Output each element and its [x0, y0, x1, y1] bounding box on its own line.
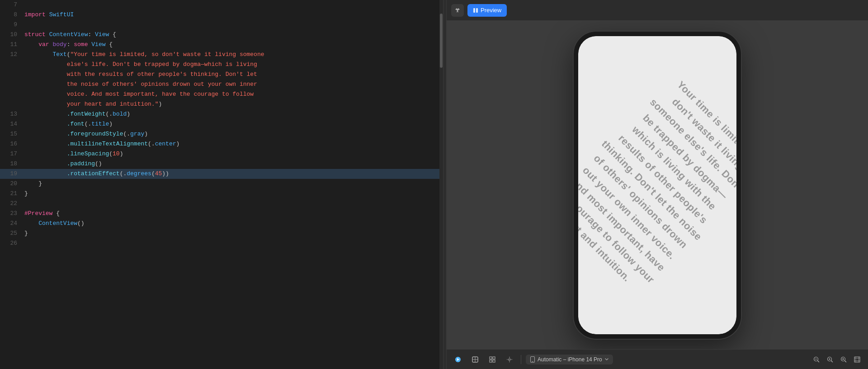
preview-toolbar: Preview	[447, 0, 868, 21]
toolbar-separator	[521, 355, 521, 364]
line-content-11: var body: some View {	[23, 40, 443, 50]
line-num-10: 10	[0, 30, 23, 40]
line-num-19: 19	[0, 169, 23, 179]
code-line-7: 7	[0, 0, 443, 10]
code-line-25: 25 }	[0, 229, 443, 238]
code-line-8: 8 import SwiftUI	[0, 10, 443, 20]
line-content-19: .rotationEffect(.degrees(45))	[23, 169, 443, 179]
svg-line-23	[845, 360, 846, 362]
line-num-13: 13	[0, 109, 23, 119]
line-content-12d: the noise of others' opinions drown out …	[23, 79, 443, 89]
line-num-14: 14	[0, 119, 23, 129]
preview-panel: Preview Your time is limited, so don't w…	[447, 0, 868, 369]
svg-rect-7	[490, 357, 492, 359]
code-line-17: 17 .lineSpacing(10)	[0, 149, 443, 159]
device-selector-label: Automatic – iPhone 14 Pro	[538, 356, 602, 363]
svg-rect-13	[532, 361, 533, 362]
line-content-12c: with the results of other people's think…	[23, 70, 443, 79]
code-line-26: 26	[0, 238, 443, 248]
svg-line-16	[818, 360, 819, 362]
line-num-23: 23	[0, 209, 23, 219]
zoom-out-button[interactable]	[810, 353, 823, 366]
line-num-12: 12	[0, 50, 23, 60]
svg-rect-0	[473, 8, 475, 13]
preview-content: Your time is limited, so don't waste it …	[447, 21, 868, 349]
line-content-21: }	[23, 189, 443, 199]
iphone-screen: Your time is limited, so don't waste it …	[578, 36, 736, 334]
code-line-12b: else's life. Don't be trapped by dogma—w…	[0, 60, 443, 70]
line-num-25: 25	[0, 229, 23, 238]
line-content-8: import SwiftUI	[23, 10, 443, 20]
inspect-button[interactable]	[468, 353, 482, 366]
svg-line-19	[831, 360, 833, 362]
code-line-11: 11 var body: some View {	[0, 40, 443, 50]
line-num-15: 15	[0, 129, 23, 139]
editor-scroll-thumb[interactable]	[440, 14, 443, 68]
line-content-18: .padding()	[23, 159, 443, 169]
line-num-7: 7	[0, 0, 23, 10]
code-line-14: 14 .font(.title)	[0, 119, 443, 129]
svg-rect-10	[493, 360, 495, 362]
zoom-controls	[810, 353, 863, 366]
svg-point-18	[829, 358, 830, 360]
code-line-12e: voice. And most important, have the cour…	[0, 89, 443, 99]
code-line-12: 12 Text("Your time is limited, so don't …	[0, 50, 443, 60]
line-num-22: 22	[0, 199, 23, 209]
line-num-17: 17	[0, 149, 23, 159]
line-num-8: 8	[0, 10, 23, 20]
code-line-20: 20 }	[0, 179, 443, 189]
line-num-24: 24	[0, 219, 23, 229]
panel-divider[interactable]	[443, 0, 447, 369]
line-num-26: 26	[0, 238, 23, 248]
code-line-16: 16 .multilineTextAlignment(.center)	[0, 139, 443, 149]
code-line-24: 24 ContentView()	[0, 219, 443, 229]
code-line-19: 19 .rotationEffect(.degrees(45))	[0, 169, 443, 179]
line-content-13: .fontWeight(.bold)	[23, 109, 443, 119]
editor-panel: 7 8 import SwiftUI 9 10 struct ContentVi…	[0, 0, 443, 369]
code-line-12c: with the results of other people's think…	[0, 70, 443, 79]
line-num-18: 18	[0, 159, 23, 169]
code-line-15: 15 .foregroundStyle(.gray)	[0, 129, 443, 139]
code-line-10: 10 struct ContentView: View {	[0, 30, 443, 40]
line-num-21: 21	[0, 189, 23, 199]
code-line-12f: your heart and intuition.")	[0, 99, 443, 109]
preview-button-label: Preview	[481, 7, 501, 14]
line-content-20: }	[23, 179, 443, 189]
code-line-22: 22	[0, 199, 443, 209]
line-content-16: .multilineTextAlignment(.center)	[23, 139, 443, 149]
svg-rect-9	[490, 360, 492, 362]
code-line-23: 23 #Preview {	[0, 209, 443, 219]
svg-rect-8	[493, 357, 495, 359]
iphone-mockup: Your time is limited, so don't waste it …	[574, 32, 741, 339]
device-selector[interactable]: Automatic – iPhone 14 Pro	[526, 355, 613, 364]
svg-point-11	[509, 359, 510, 360]
line-num-11: 11	[0, 40, 23, 50]
line-content-12: Text("Your time is limited, so don't was…	[23, 50, 443, 60]
line-content-10: struct ContentView: View {	[23, 30, 443, 40]
zoom-fit-button[interactable]	[851, 353, 863, 366]
line-content-12f: your heart and intuition.")	[23, 99, 443, 109]
zoom-in-button[interactable]	[837, 353, 850, 366]
pin-button[interactable]	[451, 4, 464, 17]
line-content-12e: voice. And most important, have the cour…	[23, 89, 443, 99]
code-line-21: 21 }	[0, 189, 443, 199]
code-area: 7 8 import SwiftUI 9 10 struct ContentVi…	[0, 0, 443, 248]
svg-rect-24	[854, 357, 860, 362]
code-line-9: 9	[0, 20, 443, 30]
preview-button[interactable]: Preview	[467, 4, 507, 17]
line-num-20: 20	[0, 179, 23, 189]
code-line-13: 13 .fontWeight(.bold)	[0, 109, 443, 119]
run-button[interactable]	[451, 353, 465, 366]
line-content-15: .foregroundStyle(.gray)	[23, 129, 443, 139]
line-content-24: ContentView()	[23, 219, 443, 229]
line-content-25: }	[23, 229, 443, 238]
code-line-12d: the noise of others' opinions drown out …	[0, 79, 443, 89]
zoom-reset-button[interactable]	[824, 353, 836, 366]
grid-button[interactable]	[486, 353, 499, 366]
line-content-14: .font(.title)	[23, 119, 443, 129]
svg-rect-1	[476, 8, 478, 13]
rotated-text-container: Your time is limited, so don't waste it …	[578, 36, 736, 334]
rotated-text: Your time is limited, so don't waste it …	[578, 55, 736, 314]
settings-button[interactable]	[503, 353, 516, 366]
editor-scrollbar[interactable]	[439, 0, 443, 369]
